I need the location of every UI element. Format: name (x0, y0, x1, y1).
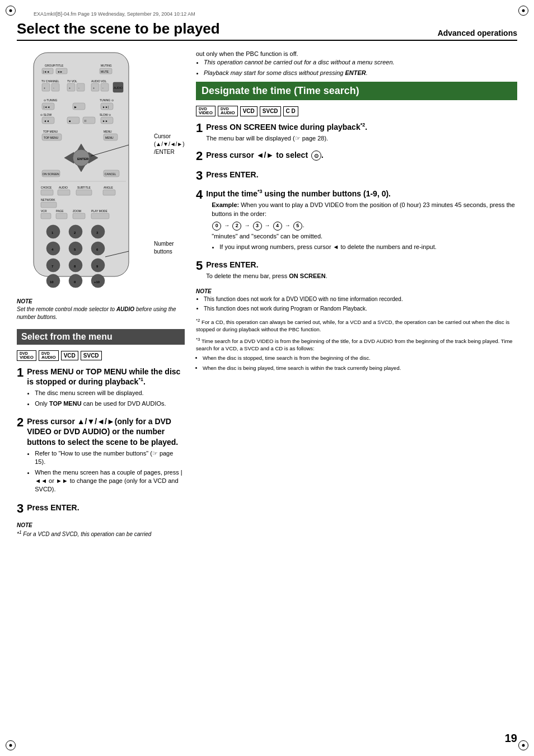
svg-text:AUDIO: AUDIO (114, 86, 123, 90)
svg-text:MENU: MENU (104, 130, 112, 133)
designate-header-title: Designate the time (Time search) (202, 85, 512, 97)
step-des-4: 4 Input the time*3 using the number butt… (196, 189, 517, 253)
step-menu-1: 1 Press MENU or TOP MENU while the disc … (17, 367, 185, 410)
example-num-4: 4 (273, 222, 282, 231)
svg-rect-65 (41, 190, 53, 195)
svg-text:CANCEL: CANCEL (105, 172, 116, 176)
step-menu-3-number: 3 (17, 503, 24, 515)
svg-text:SUBTITLE: SUBTITLE (77, 186, 91, 189)
footnotes: *2 For a CD, this operation can always b… (196, 317, 517, 372)
step-menu-1-heading: Press MENU or TOP MENU while the disc is… (27, 367, 185, 387)
example-note-2: If you input wrong numbers, press cursor… (219, 243, 517, 251)
badge-dvd-video-2: DVD VIDEO (196, 106, 216, 116)
badge-dvd-audio: DVD AUDIO (39, 350, 59, 361)
svg-text:|◄◄: |◄◄ (43, 70, 49, 73)
svg-rect-72 (41, 213, 51, 219)
badge-vcd-2: VCD (240, 106, 257, 116)
designate-header: Designate the time (Time search) (196, 82, 517, 100)
step-des-5-body: To delete the menu bar, press ON SCREEN. (206, 272, 327, 280)
svg-text:ANGLE: ANGLE (104, 186, 114, 189)
svg-rect-76 (73, 213, 85, 219)
corner-decoration-tr (518, 6, 528, 16)
svg-text:ZOOM: ZOOM (73, 209, 81, 213)
svg-text:CHOICE: CHOICE (41, 186, 52, 189)
remote-note-text: Set the remote control mode selector to … (17, 306, 185, 321)
designate-note: NOTE This function does not work for a D… (196, 288, 517, 313)
step-des-1-number: 1 (196, 122, 203, 134)
step-des-2: 2 Press cursor ◄/► to select ⊙. (196, 150, 517, 163)
cursor-label: Cursor (▲/▼/◄/►) /ENTER (154, 133, 185, 156)
select-menu-formats: DVD VIDEO DVD AUDIO VCD SVCD (17, 350, 185, 361)
svg-rect-68 (103, 190, 115, 195)
svg-text:⊙ TUNING: ⊙ TUNING (44, 98, 58, 102)
svg-text:►►|: ►►| (102, 105, 109, 109)
step-des-4-body: Example: When you want to play a DVD VID… (206, 201, 517, 251)
corner-decoration-br (518, 740, 528, 750)
footnote-3-bullet-1: When the disc is stopped, time search is… (203, 354, 517, 361)
step-menu-2-heading: Press cursor ▲/▼/◄/►(only for a DVD VIDE… (27, 416, 185, 447)
svg-text:AUDIO: AUDIO (59, 186, 68, 189)
designate-note-title: NOTE (196, 288, 212, 294)
svg-rect-67 (76, 190, 92, 195)
svg-text:TOP MENU: TOP MENU (43, 130, 58, 133)
svg-text:+: + (69, 86, 71, 90)
badge-svcd: SVCD (81, 351, 102, 361)
svg-rect-78 (91, 213, 109, 219)
badge-dvd-video: DVD VIDEO (17, 350, 36, 361)
corner-decoration-bl (6, 740, 16, 750)
svg-text:PAGE: PAGE (56, 209, 64, 213)
svg-text:+: + (93, 86, 95, 90)
footnote-3: *3 Time search for a DVD VIDEO is from t… (196, 336, 517, 353)
step-des-1: 1 Press ON SCREEN twice during playback*… (196, 122, 517, 143)
svg-text:II: II (85, 119, 86, 123)
svg-text:GROUP/TITLE: GROUP/TITLE (45, 64, 64, 67)
step-menu-1-number: 1 (17, 367, 24, 379)
intro-line-1: out only when the PBC function is off. (196, 50, 517, 58)
file-info: EXA1mkII[B]-04.fm Page 19 Wednesday, Sep… (34, 11, 517, 17)
remote-container: GROUP/TITLE |◄◄ ◄► MUTING MUTE TV CHANNE… (17, 50, 174, 292)
step-menu-3-heading: Press ENTER. (27, 503, 79, 513)
step-des-2-heading: Press cursor ◄/► to select ⊙. (206, 150, 324, 161)
svg-text:AUDIO VOL: AUDIO VOL (91, 79, 106, 83)
badge-dvd-audio-2: DVD AUDIO (218, 106, 238, 116)
remote-note: NOTE Set the remote control mode selecto… (17, 298, 185, 321)
intro-bullet-2: Playback may start for some discs withou… (204, 69, 517, 77)
example-num-5: 5 (293, 222, 302, 231)
menu-note-bottom: NOTE *1 For a VCD and SVCD, this operati… (17, 522, 185, 538)
intro-bullet-1: This operation cannot be carried out for… (204, 58, 517, 67)
step-des-5-heading: Press ENTER. (206, 260, 327, 270)
example-num-0: 0 (212, 222, 221, 231)
page-number: 19 (505, 732, 517, 745)
step-menu-2-body: Refer to "How to use the number buttons"… (27, 449, 185, 494)
footnote-3-bullet-2: When the disc is being played, time sear… (203, 364, 517, 372)
svg-text:SLOW ⊙: SLOW ⊙ (100, 113, 111, 116)
step-des-4-heading: Input the time*3 using the number button… (206, 189, 517, 199)
corner-decoration-tl (6, 6, 16, 16)
step-menu-3: 3 Press ENTER. (17, 503, 185, 515)
svg-text:+: + (44, 86, 45, 90)
svg-text:|◄◄: |◄◄ (44, 105, 50, 109)
select-menu-header: Select from the menu (17, 329, 185, 345)
svg-text:10: 10 (50, 280, 54, 284)
step-menu-2-number: 2 (17, 416, 24, 429)
svg-text:+10: +10 (94, 280, 100, 284)
svg-text:⊙ SLOW: ⊙ SLOW (40, 113, 51, 116)
step-des-5-number: 5 (196, 260, 203, 272)
svg-text:►►: ►► (102, 119, 108, 123)
step-des-3-number: 3 (196, 170, 203, 182)
svg-text:ON SCREEN: ON SCREEN (43, 172, 59, 176)
svg-text:TV VOL: TV VOL (67, 79, 77, 83)
badge-cd: C D (283, 106, 298, 116)
svg-text:MENU: MENU (105, 136, 114, 139)
svg-text:◄►: ◄► (57, 70, 63, 73)
page-header: Select the scene to be played Advanced o… (17, 20, 517, 41)
section-label: Advanced operations (438, 29, 517, 37)
svg-rect-74 (56, 213, 67, 219)
svg-text:MUTING: MUTING (101, 64, 112, 67)
svg-text:PLAY MODE: PLAY MODE (91, 209, 107, 213)
example-num-3: 3 (253, 222, 262, 231)
svg-text:MUTE: MUTE (101, 70, 109, 73)
svg-rect-70 (41, 202, 57, 208)
footnote-2: *2 For a CD, this operation can always b… (196, 317, 517, 334)
svg-text:■: ■ (69, 119, 71, 123)
